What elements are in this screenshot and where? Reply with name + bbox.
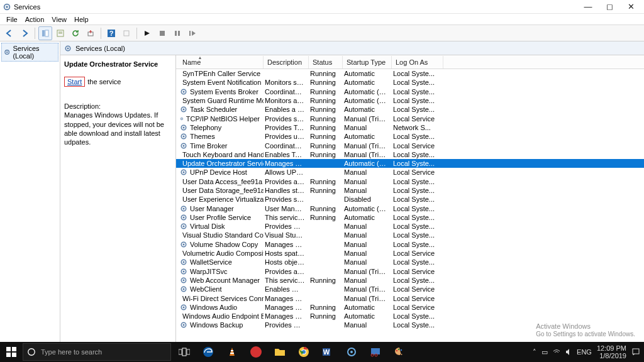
volume-icon[interactable] — [565, 348, 572, 356]
show-hide-tree-button[interactable] — [38, 26, 52, 40]
svg-point-16 — [6, 52, 8, 53]
col-name[interactable]: Name — [179, 56, 264, 69]
table-row[interactable]: Wi-Fi Direct Services Conne...Manages co… — [176, 293, 644, 302]
col-logon[interactable]: Log On As — [392, 56, 443, 69]
table-row[interactable]: WebClientEnables Win...Manual (Trig...Lo… — [176, 285, 644, 293]
tray-chevron-up-icon[interactable]: ˄ — [533, 348, 536, 356]
cell-startup: Automatic (T... — [343, 205, 392, 212]
table-row[interactable]: User Data Access_fee91aProvides ap...Run… — [176, 177, 644, 186]
pause-service-button[interactable] — [170, 26, 184, 40]
menu-view[interactable]: View — [48, 14, 70, 25]
minimize-button[interactable]: — — [577, 0, 599, 14]
wifi-icon[interactable] — [553, 349, 560, 355]
menu-action[interactable]: Action — [21, 14, 48, 25]
svg-point-34 — [183, 136, 185, 138]
forward-button[interactable] — [18, 26, 31, 40]
taskbar-app-snip[interactable] — [364, 342, 387, 362]
cell-status: Running — [309, 133, 343, 140]
table-row[interactable]: Update Orchestrator ServiceManages W...A… — [176, 159, 644, 168]
tray-clock[interactable]: 12:09 PM 1/8/2019 — [597, 344, 626, 359]
nav-services-local[interactable]: Services (Local) — [1, 43, 58, 62]
svg-point-100 — [401, 349, 402, 351]
col-description[interactable]: Description — [264, 56, 309, 69]
table-row[interactable]: WalletServiceHosts objec...ManualLocal S… — [176, 258, 644, 266]
svg-point-50 — [183, 207, 185, 209]
taskbar-app-services[interactable] — [340, 342, 364, 362]
table-row[interactable]: User Experience Virtualizatio...Provides… — [176, 195, 644, 204]
close-button[interactable]: ✕ — [620, 0, 641, 14]
table-row[interactable]: Web Account ManagerThis service ...Runni… — [176, 276, 644, 285]
back-button[interactable] — [3, 26, 16, 40]
table-row[interactable]: WarpJITSvcProvides a JI...Manual (Trig..… — [176, 267, 644, 276]
col-status[interactable]: Status — [309, 56, 343, 69]
taskbar-app-paint[interactable] — [387, 342, 411, 362]
cell-description: Handles sto... — [264, 187, 309, 194]
paint-icon — [394, 346, 405, 358]
svg-text:W: W — [323, 348, 330, 356]
notifications-icon[interactable] — [631, 348, 640, 356]
cell-description: Coordinates... — [264, 142, 309, 150]
table-row[interactable]: Visual Studio Standard Coll...Visual Stu… — [176, 231, 644, 239]
menu-file[interactable]: File — [3, 14, 21, 25]
table-row[interactable]: Task SchedulerEnables a us...RunningAuto… — [176, 105, 644, 114]
taskbar-app-chrome[interactable] — [292, 342, 316, 362]
taskbar-app-word[interactable]: W — [316, 342, 340, 362]
table-row[interactable]: System Event Notification S...Monitors s… — [176, 78, 644, 87]
cell-name: WebClient — [179, 285, 264, 293]
start-button[interactable] — [0, 342, 23, 362]
table-row[interactable]: Touch Keyboard and Hand...Enables Tou...… — [176, 150, 644, 159]
table-row[interactable]: Windows Audio Endpoint B...Manages au...… — [176, 312, 644, 321]
table-row[interactable]: Volume Shadow CopyManages an...ManualLoc… — [176, 240, 644, 249]
maximize-button[interactable]: ◻ — [599, 0, 620, 14]
cell-description: Provides su... — [264, 115, 309, 123]
cell-name: Time Broker — [179, 142, 264, 150]
table-row[interactable]: UPnP Device HostAllows UPn...ManualLocal… — [176, 168, 644, 177]
table-row[interactable]: User ManagerUser Manag...RunningAutomati… — [176, 204, 644, 212]
svg-point-66 — [182, 279, 184, 281]
table-row[interactable]: Virtual DiskProvides m...ManualLocal Sys… — [176, 222, 644, 231]
table-row[interactable]: User Data Storage_fee91aHandles sto...Ru… — [176, 186, 644, 195]
table-row[interactable]: TelephonyProvides Tel...RunningManualNet… — [176, 123, 644, 132]
menu-help[interactable]: Help — [70, 14, 92, 25]
cell-description: Provides ap... — [264, 178, 309, 185]
service-rows[interactable]: SynTPEnh Caller ServiceRunningAutomaticL… — [176, 69, 644, 342]
start-service-button[interactable] — [140, 26, 154, 40]
start-service-rest: the service — [86, 78, 121, 85]
taskbar-search[interactable]: Type here to search — [23, 343, 171, 361]
restart-service-button[interactable] — [186, 26, 199, 40]
cell-status: Running — [309, 312, 343, 320]
table-row[interactable]: Time BrokerCoordinates...RunningManual (… — [176, 141, 644, 150]
toolbar: ? — [0, 25, 644, 41]
svg-rect-79 — [6, 353, 11, 357]
taskbar-app-files[interactable] — [268, 342, 292, 362]
cell-startup: Automatic — [343, 79, 392, 86]
task-view-button[interactable] — [172, 342, 196, 362]
table-row[interactable]: TCP/IP NetBIOS HelperProvides su...Runni… — [176, 114, 644, 123]
table-row[interactable]: System Guard Runtime Mo...Monitors an...… — [176, 96, 644, 105]
column-headers: Name Description Status Startup Type Log… — [176, 55, 644, 69]
table-row[interactable]: Volumetric Audio Composit...Hosts spatia… — [176, 249, 644, 258]
taskbar-app-edge[interactable] — [196, 342, 220, 362]
cell-status: Running — [309, 178, 343, 185]
taskbar-app-opera[interactable] — [244, 342, 268, 362]
tray-battery-icon[interactable]: ▭ — [541, 348, 548, 356]
tray-lang[interactable]: ENG — [577, 348, 592, 356]
help-button[interactable]: ? — [104, 26, 118, 40]
refresh-button[interactable] — [69, 26, 82, 40]
word-icon: W — [322, 346, 333, 358]
properties-button[interactable] — [53, 26, 67, 40]
col-startup[interactable]: Startup Type — [343, 56, 392, 69]
table-row[interactable]: User Profile ServiceThis service ...Runn… — [176, 213, 644, 222]
start-service-link[interactable]: Start — [64, 77, 85, 87]
table-row[interactable]: Windows AudioManages au...RunningAutomat… — [176, 303, 644, 312]
table-row[interactable]: ThemesProvides us...RunningAutomaticLoca… — [176, 132, 644, 141]
taskbar-app-vlc[interactable] — [220, 342, 244, 362]
stop-service-button[interactable] — [155, 26, 169, 40]
table-row[interactable]: Windows BackupProvides Wi...ManualLocal … — [176, 321, 644, 329]
export-button[interactable] — [84, 26, 97, 40]
cell-startup: Manual — [343, 168, 392, 176]
table-row[interactable]: SynTPEnh Caller ServiceRunningAutomaticL… — [176, 69, 644, 78]
cell-logon: Local Service — [392, 115, 443, 123]
table-row[interactable]: System Events BrokerCoordinates...Runnin… — [176, 87, 644, 96]
cell-description: Enables Win... — [264, 285, 309, 293]
